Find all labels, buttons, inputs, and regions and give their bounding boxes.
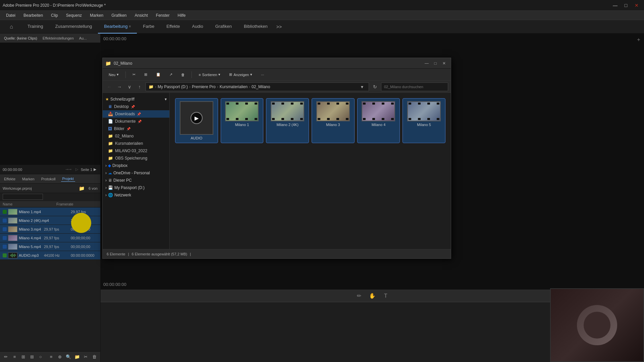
fe-back-button[interactable]: ← bbox=[105, 83, 113, 91]
close-button[interactable]: ✕ bbox=[632, 1, 641, 10]
sidebar-item-desktop[interactable]: 🖥 Desktop 📌 bbox=[103, 103, 169, 110]
sidebar-section-dropbox[interactable]: › ◆ Dropbox bbox=[103, 162, 169, 169]
sidebar-item-downloads[interactable]: 📥 Downloads 📌 bbox=[103, 110, 169, 118]
tab-farbe[interactable]: Farbe bbox=[137, 20, 160, 34]
menu-clip[interactable]: Clip bbox=[48, 12, 61, 18]
fe-sort-button[interactable]: ≡ Sortieren ▾ bbox=[195, 71, 224, 78]
sidebar-chevron-dieserpc: › bbox=[105, 178, 107, 183]
fe-minimize-button[interactable]: — bbox=[423, 59, 431, 67]
fe-delete-button[interactable]: 🗑 bbox=[178, 71, 188, 78]
source-tab-au[interactable]: Au... bbox=[78, 36, 88, 41]
fe-up-button[interactable]: ↑ bbox=[136, 83, 144, 91]
menu-datei[interactable]: Datei bbox=[3, 12, 19, 18]
fe-path-dropdown-button[interactable]: ▾ bbox=[358, 83, 366, 91]
sidebar-item-milano03[interactable]: 📁 MILANO 03_2022 bbox=[103, 147, 169, 155]
sidebar-section-netzwerk[interactable]: › 🌐 Netzwerk bbox=[103, 191, 169, 199]
titlebar-controls[interactable]: — □ ✕ bbox=[610, 1, 641, 10]
pm-tool-pencil[interactable]: ✏ bbox=[354, 291, 364, 301]
fe-refresh-button[interactable]: ↻ bbox=[371, 83, 379, 91]
fe-cut-button[interactable]: ✂ bbox=[129, 71, 139, 78]
fe-share-button[interactable]: ↗ bbox=[166, 71, 176, 78]
tab-effekte-btn[interactable]: Effekte bbox=[3, 176, 17, 182]
menu-bearbeiten[interactable]: Bearbeiten bbox=[20, 12, 46, 18]
file-row-4[interactable]: Milano 5.mp4 29,97 fps 00;00;00;00 bbox=[0, 242, 100, 251]
fe-more-button[interactable]: ··· bbox=[258, 71, 267, 78]
tab-grafiken[interactable]: Grafiken bbox=[209, 20, 238, 34]
tool-cut[interactable]: ✂ bbox=[83, 353, 89, 361]
tool-add[interactable]: ⊕ bbox=[56, 353, 63, 361]
tool-settings[interactable]: ≡ bbox=[48, 353, 55, 361]
maximize-button[interactable]: □ bbox=[621, 1, 631, 10]
menu-sequenz[interactable]: Sequenz bbox=[63, 12, 85, 18]
tab-training[interactable]: Training bbox=[21, 20, 49, 34]
fe-copy-button[interactable]: ⊞ bbox=[141, 71, 151, 78]
program-add-button[interactable]: ＋ bbox=[636, 36, 641, 43]
tool-search[interactable]: 🔍 bbox=[65, 353, 72, 361]
fe-down-button[interactable]: ∨ bbox=[125, 83, 133, 91]
fe-path-premiere[interactable]: Premiere Pro bbox=[192, 84, 216, 89]
pm-tool-text[interactable]: T bbox=[380, 291, 391, 301]
tool-grid[interactable]: ⊞ bbox=[29, 353, 35, 361]
sidebar-item-02milano[interactable]: 📁 02_Milano bbox=[103, 132, 169, 140]
fe-tile-milano5[interactable]: Milano 5 bbox=[402, 98, 445, 143]
tab-audio[interactable]: Audio bbox=[186, 20, 209, 34]
fe-tile-label-1: Milano 1 bbox=[235, 123, 249, 127]
sidebar-section-dieserpc[interactable]: › 🖥 Dieser PC bbox=[103, 177, 169, 184]
menu-ansicht[interactable]: Ansicht bbox=[131, 12, 151, 18]
source-tab-clips[interactable]: Quelle: (keine Clips) bbox=[3, 36, 39, 41]
fe-path-drive[interactable]: My Passport (D:) bbox=[158, 84, 188, 89]
fe-new-button[interactable]: Neu ▾ bbox=[105, 71, 122, 78]
fe-tile-milano4[interactable]: Milano 4 bbox=[357, 98, 400, 143]
menu-hilfe[interactable]: Hilfe bbox=[174, 12, 189, 18]
file-row-5[interactable]: AUDIO.mp3 44100 Hz 00:00:00:0000 bbox=[0, 251, 100, 260]
fe-tile-milano2[interactable]: Milano 2 (4K) bbox=[266, 98, 309, 143]
fe-tile-audio[interactable]: ▶ AUDIO bbox=[175, 98, 218, 143]
sidebar-item-obs[interactable]: 📁 OBS Speicherung bbox=[103, 155, 169, 162]
fe-forward-button[interactable]: → bbox=[115, 83, 123, 91]
fe-tile-milano3[interactable]: Milano 3 bbox=[312, 98, 355, 143]
fe-status-sep1: | bbox=[128, 252, 129, 256]
tool-circle[interactable]: ○ bbox=[37, 353, 44, 361]
fe-view-button[interactable]: ⊞ Anzeigen ▾ bbox=[226, 71, 256, 78]
file-name-0: Milano 1.mp4 bbox=[19, 210, 71, 214]
tab-effekte[interactable]: Effekte bbox=[160, 20, 186, 34]
fe-maximize-button[interactable]: □ bbox=[431, 59, 439, 67]
fe-close-button[interactable]: ✕ bbox=[440, 59, 448, 67]
tab-bearbeitung[interactable]: Bearbeitung ≡ bbox=[98, 20, 137, 34]
tool-icon-view[interactable]: ⊞ bbox=[20, 353, 26, 361]
fe-tile-milano1[interactable]: Milano 1 bbox=[221, 98, 264, 143]
tab-protokoll-btn[interactable]: Protokoll bbox=[40, 176, 57, 182]
sidebar-item-kursmaterialien[interactable]: 📁 Kursmaterialien bbox=[103, 140, 169, 147]
sidebar-item-bilder[interactable]: 🖼 Bilder 📌 bbox=[103, 125, 169, 132]
tool-folder[interactable]: 📁 bbox=[74, 353, 80, 361]
tab-marken-btn[interactable]: Marken bbox=[21, 176, 36, 182]
sidebar-section-onedrive[interactable]: › ☁ OneDrive - Personal bbox=[103, 169, 169, 177]
sidebar-label-onedrive: OneDrive - Personal bbox=[113, 171, 150, 175]
fe-path-kursmaterialien[interactable]: Kursmaterialien bbox=[220, 84, 248, 89]
tool-edit[interactable]: ✏ bbox=[3, 353, 9, 361]
sidebar-section-schnellzugriff[interactable]: ★ Schnellzugriff ▾ bbox=[103, 96, 169, 103]
home-button[interactable]: ⌂ bbox=[5, 21, 17, 33]
tool-delete[interactable]: 🗑 bbox=[91, 353, 98, 361]
tab-zusammenstellung[interactable]: Zusammenstellung bbox=[49, 20, 98, 34]
fe-address-path[interactable]: 📁 › My Passport (D:) › Premiere Pro › Ku… bbox=[146, 82, 369, 91]
tab-projekt-btn[interactable]: Projekt bbox=[61, 176, 75, 182]
fe-audio-thumbnail: ▶ bbox=[180, 101, 213, 135]
project-search-input[interactable] bbox=[3, 194, 43, 200]
minimize-button[interactable]: — bbox=[610, 1, 620, 10]
file-row-3[interactable]: Milano 4.mp4 29,97 fps 00;00;00;00 bbox=[0, 234, 100, 242]
source-tab-effekte[interactable]: Effekteinstellungen bbox=[41, 36, 75, 41]
fe-paste-button[interactable]: 📋 bbox=[153, 71, 164, 78]
fe-window-controls[interactable]: — □ ✕ bbox=[423, 59, 448, 67]
media-browser-icon[interactable]: 📁 bbox=[79, 186, 85, 191]
sidebar-section-mypassport[interactable]: › 💾 My Passport (D:) bbox=[103, 184, 169, 191]
pm-tool-hand[interactable]: ✋ bbox=[367, 291, 378, 301]
menu-grafiken[interactable]: Grafiken bbox=[108, 12, 130, 18]
tab-bibliotheken[interactable]: Bibliotheken bbox=[238, 20, 274, 34]
tool-list[interactable]: ≡ bbox=[11, 353, 18, 361]
nav-more-button[interactable]: >> bbox=[274, 24, 284, 29]
menu-fenster[interactable]: Fenster bbox=[153, 12, 173, 18]
fe-search-input[interactable] bbox=[381, 82, 448, 91]
sidebar-item-dokumente[interactable]: 📄 Dokumente 📌 bbox=[103, 118, 169, 125]
menu-marken[interactable]: Marken bbox=[87, 12, 107, 18]
